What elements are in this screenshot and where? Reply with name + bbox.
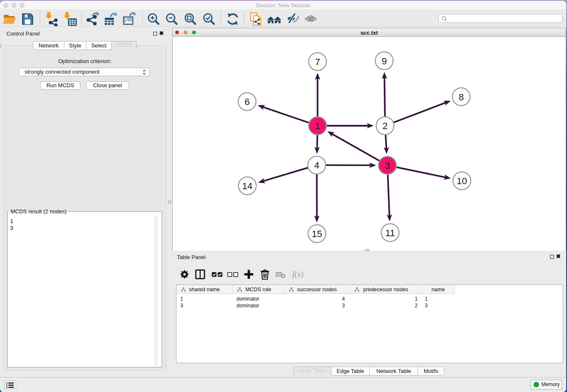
svg-text:11: 11: [385, 228, 395, 238]
svg-text:8: 8: [459, 92, 464, 102]
svg-text:1: 1: [315, 121, 320, 131]
svg-text:14: 14: [242, 181, 252, 191]
svg-text:4: 4: [314, 160, 319, 171]
svg-text:7: 7: [315, 57, 320, 67]
svg-text:9: 9: [382, 56, 387, 66]
svg-text:15: 15: [312, 229, 322, 239]
svg-text:3: 3: [385, 160, 390, 171]
svg-text:6: 6: [245, 97, 250, 107]
svg-text:10: 10: [457, 176, 467, 186]
svg-text:2: 2: [383, 121, 388, 131]
